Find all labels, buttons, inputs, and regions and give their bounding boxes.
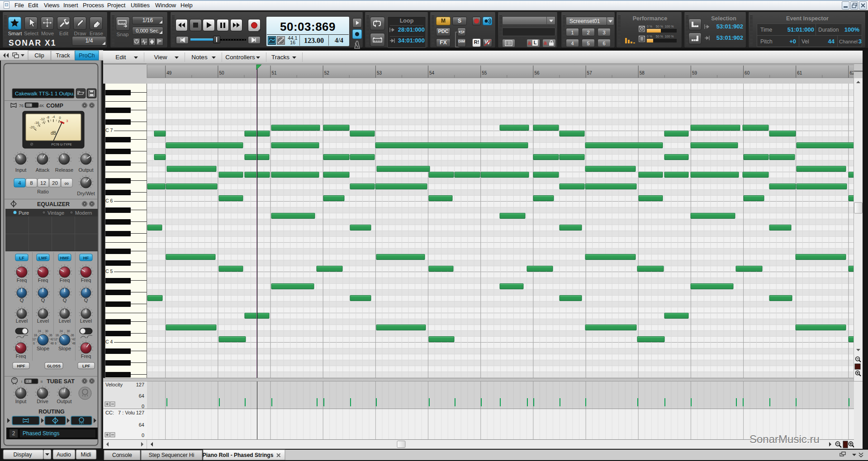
svg-text:0: 0 — [142, 404, 144, 409]
svg-text:Edit: Edit — [115, 54, 126, 61]
svg-text:76: 76 — [19, 103, 24, 108]
svg-text:57: 57 — [587, 71, 593, 75]
svg-text:Level: Level — [59, 318, 71, 324]
svg-text:COMP: COMP — [46, 103, 63, 109]
svg-text:Console: Console — [112, 452, 132, 458]
svg-text:Q: Q — [84, 297, 88, 303]
svg-text:Cakewalk TTS-1 1 Outpu...: Cakewalk TTS-1 1 Outpu... — [15, 91, 77, 96]
svg-text:GLOSS: GLOSS — [47, 364, 61, 368]
svg-text:Vintage: Vintage — [47, 210, 64, 216]
svg-text:Level: Level — [80, 318, 92, 324]
svg-text:127: 127 — [136, 410, 144, 415]
svg-text:-12: -12 — [40, 117, 45, 121]
svg-text:12: 12 — [40, 180, 46, 186]
svg-text:54: 54 — [429, 71, 435, 75]
svg-text:LMF: LMF — [38, 255, 47, 260]
svg-text:36: 36 — [49, 334, 52, 337]
svg-text:Controllers: Controllers — [225, 54, 255, 61]
svg-text:48: 48 — [50, 342, 54, 345]
svg-text:64: 64 — [139, 422, 144, 428]
svg-text:View: View — [154, 54, 167, 61]
svg-text:6: 6 — [55, 342, 57, 345]
svg-text:Step Sequencer Hi: Step Sequencer Hi — [149, 452, 194, 458]
svg-text:Tracks: Tracks — [271, 54, 289, 61]
svg-text:Output: Output — [57, 399, 71, 404]
svg-text:Freq: Freq — [60, 278, 70, 283]
svg-text:C 4: C 4 — [105, 339, 113, 344]
svg-text:52: 52 — [324, 71, 330, 75]
svg-text:-16: -16 — [34, 121, 39, 125]
svg-text:12: 12 — [54, 338, 57, 341]
svg-text:0: 0 — [142, 433, 144, 438]
svg-text:51: 51 — [272, 71, 277, 75]
svg-text:Clip: Clip — [34, 52, 44, 59]
svg-text:42: 42 — [72, 338, 76, 341]
svg-text:Input: Input — [15, 167, 26, 173]
svg-text:Q: Q — [63, 297, 67, 303]
svg-text:59: 59 — [692, 71, 697, 75]
svg-text:49: 49 — [166, 71, 172, 75]
svg-text:55: 55 — [482, 71, 487, 75]
svg-text:∞: ∞ — [65, 180, 69, 187]
svg-text:TUBE SAT: TUBE SAT — [47, 378, 75, 385]
svg-text:Drive: Drive — [37, 399, 48, 404]
svg-text:CC: 7 : Volu: CC: 7 : Volu — [105, 410, 135, 415]
svg-text:Input: Input — [15, 399, 26, 404]
svg-text:50: 50 — [219, 71, 224, 75]
svg-text:Freq: Freq — [17, 278, 27, 283]
svg-text:Level: Level — [37, 318, 49, 324]
svg-text:dB: dB — [51, 131, 57, 136]
svg-text:Freq: Freq — [16, 353, 26, 359]
svg-text:4K: 4K — [39, 103, 44, 108]
svg-text:24: 24 — [59, 329, 63, 333]
svg-text:Velocity: Velocity — [105, 382, 123, 387]
svg-text:SonarMusic.ru: SonarMusic.ru — [749, 433, 820, 445]
svg-text:-8: -8 — [46, 115, 49, 119]
svg-text:56: 56 — [534, 71, 540, 75]
svg-text:Q: Q — [41, 297, 45, 303]
svg-text:Attack: Attack — [36, 167, 50, 173]
svg-text:Slope: Slope — [58, 346, 71, 351]
svg-text:6: 6 — [33, 342, 35, 345]
svg-text:Freq: Freq — [81, 278, 91, 283]
svg-text:ProCh: ProCh — [79, 52, 95, 59]
svg-text:42: 42 — [50, 338, 54, 341]
svg-text:HF: HF — [83, 255, 89, 260]
svg-text:Q: Q — [20, 297, 24, 303]
svg-text:Phased Strings: Phased Strings — [23, 430, 59, 437]
svg-text:LPF: LPF — [82, 364, 90, 368]
svg-text:30: 30 — [45, 329, 48, 333]
svg-text:Level: Level — [16, 318, 28, 324]
svg-text:Slope: Slope — [37, 346, 49, 351]
svg-text:Notes: Notes — [191, 54, 208, 61]
svg-text:II: II — [41, 380, 43, 384]
svg-text:Output: Output — [78, 167, 93, 173]
svg-text:18: 18 — [33, 334, 37, 337]
svg-text:C 5: C 5 — [105, 268, 113, 274]
svg-text:PC76 U-TYPE: PC76 U-TYPE — [51, 143, 71, 146]
svg-text:-4: -4 — [52, 115, 55, 119]
svg-text:Dry/Wet: Dry/Wet — [77, 191, 95, 196]
svg-text:127: 127 — [136, 382, 144, 387]
svg-text:61: 61 — [797, 71, 802, 75]
svg-text:Modern: Modern — [75, 210, 92, 216]
svg-text:Display: Display — [14, 452, 33, 458]
svg-text:8: 8 — [30, 180, 33, 186]
svg-text:30: 30 — [66, 329, 70, 333]
svg-text:I: I — [21, 380, 22, 384]
svg-text:0: 0 — [59, 116, 61, 120]
svg-text:Audio: Audio — [57, 452, 71, 458]
svg-text:C 7: C 7 — [105, 127, 113, 133]
svg-text:LF: LF — [19, 255, 24, 260]
svg-text:3: 3 — [66, 119, 68, 123]
svg-text:4: 4 — [18, 180, 21, 186]
svg-text:-20: -20 — [29, 125, 34, 129]
svg-text:S: S — [460, 30, 463, 34]
svg-text:Freq: Freq — [81, 353, 91, 359]
svg-text:48: 48 — [72, 342, 76, 345]
svg-text:Ratio: Ratio — [37, 189, 49, 194]
svg-text:18: 18 — [55, 334, 59, 337]
svg-text:64: 64 — [139, 393, 144, 399]
svg-text:12: 12 — [32, 338, 36, 341]
svg-text:Piano Roll - Phased Strings: Piano Roll - Phased Strings — [203, 452, 274, 458]
